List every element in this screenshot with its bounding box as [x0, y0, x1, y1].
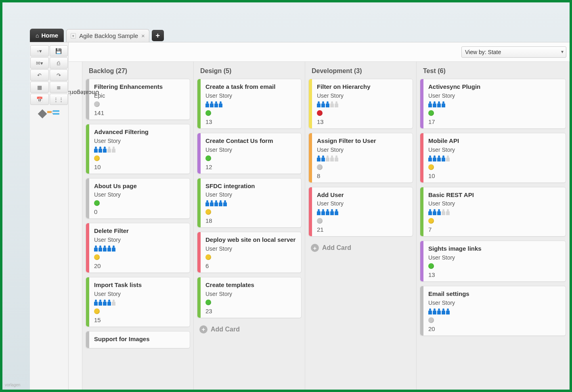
- nav-tree-icon[interactable]: [47, 110, 59, 117]
- card-points: 0: [94, 208, 185, 215]
- card-content: Create Contact Us formUser Story12: [201, 133, 301, 174]
- card[interactable]: Advanced FilteringUser Story10: [86, 124, 190, 174]
- card[interactable]: Mobile APIUser Story10: [420, 133, 566, 183]
- person-icon: [103, 147, 107, 153]
- lane-uncategorized-label: Uncategorized (0): [69, 90, 99, 96]
- grid-view-button[interactable]: ▦: [30, 82, 49, 93]
- card-content: Sights image linksUser Story13: [423, 241, 566, 281]
- card[interactable]: Activesync PluginUser Story17: [420, 79, 566, 129]
- card-points: 20: [94, 262, 185, 269]
- card-content: Support for Images: [89, 331, 190, 348]
- card-content: Delete FilterUser Story20: [89, 223, 190, 273]
- undo-button[interactable]: ↶: [30, 69, 49, 81]
- card[interactable]: Support for Images: [86, 331, 190, 348]
- save-button[interactable]: 💾: [50, 45, 68, 57]
- card[interactable]: Create templatesUser Story23: [197, 277, 302, 318]
- lane-header: Test (6): [417, 62, 569, 79]
- card[interactable]: Import Task listsUser Story15: [86, 277, 190, 327]
- nav-diamond-icon[interactable]: [38, 109, 47, 119]
- redo-button[interactable]: ↷: [50, 69, 68, 81]
- tab-dropdown-icon[interactable]: ▾: [71, 33, 76, 39]
- card-title: Filter on Hierarchy: [317, 83, 408, 91]
- person-icon: [219, 200, 222, 207]
- status-dot: [317, 164, 323, 170]
- status-dot: [317, 110, 323, 116]
- card-type: User Story: [205, 147, 296, 153]
- person-icon: [446, 155, 450, 162]
- new-sheet-button[interactable]: ▫▾: [30, 45, 49, 57]
- lane: Design (5)Create a task from emailUser S…: [194, 62, 305, 390]
- person-icon: [219, 101, 222, 108]
- print-button[interactable]: ⎙: [50, 57, 68, 69]
- tab-close-icon[interactable]: ×: [141, 32, 145, 39]
- lane-header: Backlog (27): [82, 62, 193, 79]
- person-icon: [442, 209, 445, 216]
- card-points: 13: [428, 271, 561, 278]
- person-icon: [214, 101, 218, 108]
- card[interactable]: Filter on HierarchyUser Story13: [308, 79, 413, 129]
- card-content: Basic REST APIUser Story7: [423, 187, 566, 237]
- tab-home[interactable]: ⌂ Home: [30, 29, 64, 42]
- card[interactable]: Delete FilterUser Story20: [86, 223, 190, 273]
- person-icon: [442, 308, 445, 315]
- add-card-label: Add Card: [211, 326, 240, 333]
- card-type: User Story: [317, 92, 408, 99]
- add-card-button[interactable]: +Add Card: [197, 322, 302, 337]
- person-icon: [428, 155, 432, 162]
- card[interactable]: Add UserUser Story21: [308, 187, 413, 237]
- card[interactable]: About Us pageUser Story0: [86, 178, 190, 219]
- card-type: User Story: [205, 245, 296, 252]
- status-dot: [205, 254, 211, 260]
- card-points: 15: [94, 317, 185, 323]
- lane-uncategorized[interactable]: Uncategorized (0): [69, 62, 82, 390]
- card-title: Assign Filter to User: [317, 137, 408, 145]
- card[interactable]: Deploy web site on local serverUser Stor…: [197, 232, 302, 273]
- lane-body: Filtering EnhancementsEpic141Advanced Fi…: [82, 79, 193, 390]
- person-icon: [107, 300, 111, 306]
- card-content: Assign Filter to UserUser Story8: [312, 133, 413, 182]
- view-by-dropdown[interactable]: View by: State: [461, 46, 566, 58]
- card[interactable]: Email settingsUser Story20: [420, 286, 566, 336]
- card-view-button[interactable]: ≣: [50, 82, 68, 93]
- calendar-button[interactable]: 📅: [30, 94, 49, 105]
- card-content: Add UserUser Story21: [312, 187, 413, 237]
- person-icon: [214, 200, 218, 207]
- person-icon: [205, 101, 209, 108]
- card-points: 13: [205, 118, 296, 125]
- card-points: 17: [428, 118, 561, 125]
- card-stripe: [86, 331, 89, 348]
- card[interactable]: Create a task from emailUser Story13: [197, 79, 302, 129]
- card-assignees: [94, 147, 185, 153]
- tab-add-button[interactable]: +: [152, 30, 164, 41]
- person-icon: [446, 308, 450, 315]
- card-type: User Story: [428, 254, 561, 261]
- card-content: Deploy web site on local serverUser Stor…: [201, 232, 301, 273]
- person-icon: [330, 209, 334, 216]
- card-assignees: [205, 200, 296, 207]
- status-dot: [205, 155, 211, 161]
- card[interactable]: Basic REST APIUser Story7: [420, 187, 566, 237]
- status-dot: [205, 209, 211, 215]
- card[interactable]: Assign Filter to UserUser Story8: [308, 133, 413, 183]
- card-stripe: [86, 79, 89, 119]
- gantt-button[interactable]: ⋮⋮: [50, 94, 68, 105]
- person-icon: [321, 155, 325, 162]
- card-title: About Us page: [94, 182, 185, 190]
- person-icon: [98, 300, 102, 306]
- card[interactable]: SFDC integrationUser Story18: [197, 178, 302, 228]
- card-content: Import Task listsUser Story15: [89, 277, 190, 327]
- card[interactable]: Filtering EnhancementsEpic141: [86, 79, 190, 120]
- tab-sheet[interactable]: ▾ Agile Backlog Sample ×: [66, 29, 149, 42]
- person-icon: [428, 308, 432, 315]
- card-content: Activesync PluginUser Story17: [423, 79, 566, 128]
- card-points: 12: [205, 164, 296, 170]
- card-type: Epic: [94, 92, 185, 99]
- email-button[interactable]: ✉▾: [30, 57, 49, 69]
- card-assignees: [428, 155, 561, 162]
- status-dot: [428, 164, 434, 170]
- card-content: SFDC integrationUser Story18: [201, 178, 301, 228]
- add-card-button[interactable]: +Add Card: [308, 241, 413, 255]
- card-points: 6: [205, 262, 296, 269]
- card[interactable]: Create Contact Us formUser Story12: [197, 133, 302, 174]
- card[interactable]: Sights image linksUser Story13: [420, 241, 566, 282]
